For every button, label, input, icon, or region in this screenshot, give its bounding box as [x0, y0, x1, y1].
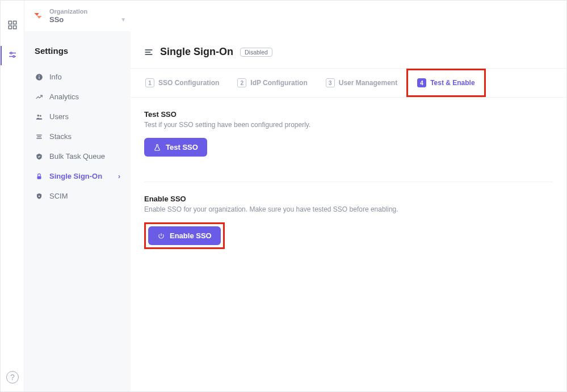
- svg-rect-2: [9, 26, 11, 29]
- sections: Test SSO Test if your SSO setting have b…: [131, 98, 566, 286]
- analytics-icon: [35, 93, 44, 101]
- svg-rect-1: [13, 21, 16, 24]
- step-number: 1: [145, 78, 154, 87]
- sidebar-item-label: Stacks: [49, 132, 72, 141]
- rail-settings[interactable]: [5, 48, 20, 63]
- step-tab-test-enable[interactable]: 4 Test & Enable: [408, 70, 484, 95]
- step-tab-sso-configuration[interactable]: 1 SSO Configuration: [136, 69, 228, 97]
- sidebar-title: Settings: [31, 46, 124, 56]
- sidebar-item-users[interactable]: Users: [31, 107, 124, 127]
- step-tab-user-management[interactable]: 3 User Management: [317, 69, 406, 97]
- svg-rect-0: [9, 21, 11, 24]
- sidebar-item-info[interactable]: Info: [31, 67, 124, 87]
- svg-point-17: [39, 195, 40, 196]
- queue-icon: [35, 153, 44, 161]
- button-label: Enable SSO: [170, 231, 212, 240]
- content-panel: Single Sign-On Disabled 1 SSO Configurat…: [131, 31, 566, 391]
- shield-icon: [35, 192, 44, 200]
- power-icon: [157, 232, 165, 240]
- step-label: SSO Configuration: [158, 79, 219, 87]
- section-description: Enable SSO for your organization. Make s…: [144, 205, 553, 213]
- sidebar-item-label: Users: [49, 112, 69, 121]
- lock-icon: [35, 172, 44, 180]
- step-label: User Management: [339, 79, 397, 87]
- step-label: IdP Configuration: [250, 79, 307, 87]
- svg-point-11: [37, 114, 40, 116]
- status-badge: Disabled: [240, 48, 272, 57]
- section-title: Enable SSO: [144, 195, 553, 203]
- left-rail: [1, 1, 24, 391]
- button-label: Test SSO: [166, 143, 198, 151]
- step-number: 3: [326, 78, 335, 87]
- test-sso-button[interactable]: Test SSO: [144, 138, 207, 157]
- sidebar-item-analytics[interactable]: Analytics: [31, 87, 124, 107]
- main-column: Organization SSo ▼ Settings Info Analyti…: [24, 1, 566, 391]
- svg-rect-16: [37, 176, 41, 179]
- org-switcher[interactable]: Organization SSo ▼: [49, 8, 126, 24]
- chevron-down-icon: ▼: [120, 16, 126, 23]
- info-icon: [35, 73, 44, 81]
- svg-point-7: [12, 56, 14, 57]
- step-label: Test & Enable: [430, 79, 474, 87]
- stacks-icon: [35, 133, 44, 141]
- highlight-test-enable: 4 Test & Enable: [406, 69, 485, 97]
- org-label: Organization: [49, 8, 126, 15]
- hamburger-icon[interactable]: [144, 48, 153, 56]
- page-header: Single Sign-On Disabled: [131, 31, 566, 68]
- section-enable-sso: Enable SSO Enable SSO for your organizat…: [144, 182, 553, 262]
- step-tabs: 1 SSO Configuration 2 IdP Configuration …: [131, 68, 566, 98]
- sidebar-item-label: Bulk Task Queue: [49, 152, 105, 161]
- settings-sidebar: Settings Info Analytics Users Stacks: [24, 31, 131, 391]
- enable-sso-button[interactable]: Enable SSO: [148, 226, 221, 245]
- sidebar-item-bulk-task-queue[interactable]: Bulk Task Queue: [31, 146, 124, 166]
- org-name: SSo: [49, 15, 64, 24]
- svg-rect-9: [39, 76, 39, 78]
- section-title: Test SSO: [144, 110, 553, 119]
- step-tab-idp-configuration[interactable]: 2 IdP Configuration: [228, 69, 316, 97]
- body-row: Settings Info Analytics Users Stacks: [24, 31, 566, 391]
- sidebar-item-single-sign-on[interactable]: Single Sign-On ›: [31, 166, 124, 186]
- brand-logo-icon: [32, 10, 44, 22]
- section-test-sso: Test SSO Test if your SSO setting have b…: [144, 110, 553, 169]
- sidebar-item-label: Info: [49, 73, 62, 81]
- step-number: 2: [237, 78, 246, 87]
- app-shell: Organization SSo ▼ Settings Info Analyti…: [0, 0, 567, 392]
- section-description: Test if your SSO setting have been confi…: [144, 121, 553, 129]
- sidebar-item-label: Single Sign-On: [49, 172, 102, 180]
- rail-dashboard[interactable]: [5, 18, 20, 32]
- sidebar-item-label: SCIM: [49, 192, 68, 200]
- help-icon[interactable]: ?: [6, 371, 19, 383]
- chevron-right-icon: ›: [118, 172, 120, 180]
- users-icon: [35, 113, 44, 121]
- svg-point-12: [40, 115, 41, 116]
- page-title: Single Sign-On: [160, 46, 233, 58]
- svg-point-5: [10, 52, 12, 54]
- sidebar-item-scim[interactable]: SCIM: [31, 186, 124, 206]
- flask-icon: [153, 144, 161, 151]
- topbar: Organization SSo ▼: [24, 1, 566, 31]
- sidebar-item-label: Analytics: [49, 92, 79, 101]
- svg-rect-10: [39, 75, 39, 75]
- sidebar-item-stacks[interactable]: Stacks: [31, 127, 124, 146]
- svg-rect-3: [13, 26, 16, 29]
- highlight-enable-sso: Enable SSO: [144, 222, 225, 249]
- step-number: 4: [417, 78, 426, 87]
